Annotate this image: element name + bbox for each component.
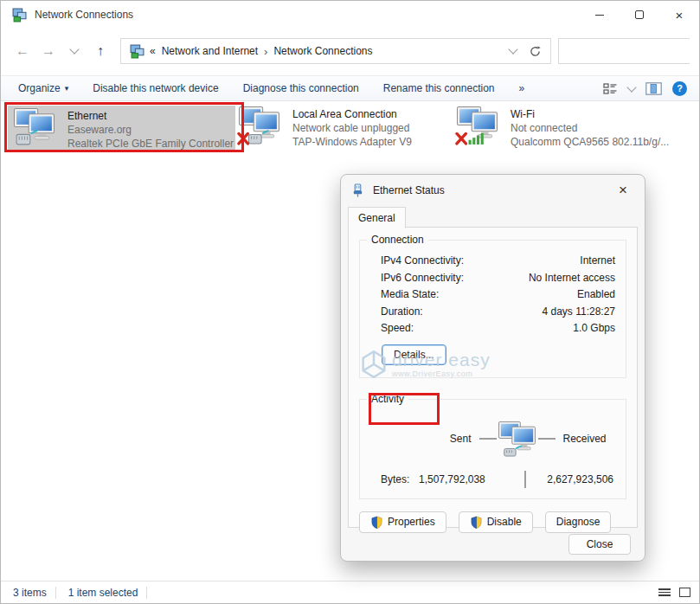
signal-bars-icon (469, 133, 484, 145)
diagnose-button[interactable]: Diagnose (545, 511, 612, 533)
row-label: Speed: (381, 320, 414, 337)
row-ipv4: IPv4 Connectivity: Internet (370, 253, 615, 270)
row-value: No Internet access (529, 270, 615, 287)
window-title: Network Connections (35, 9, 133, 21)
connection-name: Wi-Fi (511, 107, 669, 121)
refresh-icon[interactable] (529, 45, 542, 58)
row-label: Duration: (381, 304, 423, 321)
bytes-divider (524, 471, 526, 488)
bytes-sent-value: 1,507,792,038 (419, 473, 504, 485)
connection-list: Ethernet Easeware.org Realtek PCIe GbE F… (1, 103, 699, 155)
statusbar-separator (146, 587, 147, 599)
back-icon: ← (16, 43, 29, 59)
forward-button[interactable]: → (35, 38, 61, 64)
properties-button[interactable]: Properties (359, 511, 446, 533)
sent-dash (479, 438, 497, 440)
uac-shield-icon (370, 516, 383, 529)
breadcrumb-item-network-and-internet[interactable]: Network and Internet (162, 45, 258, 57)
bytes-received-value: 2,627,923,506 (546, 473, 615, 485)
properties-label: Properties (388, 516, 435, 528)
row-value: Enabled (577, 286, 615, 304)
dialog-close-action-button[interactable]: Close (568, 534, 631, 555)
diagnose-connection-command[interactable]: Diagnose this connection (231, 82, 371, 94)
maximize-icon (635, 10, 644, 19)
connection-status: Network cable unplugged (292, 121, 412, 135)
row-value: 4 days 11:28:27 (542, 304, 615, 321)
recent-locations-button[interactable] (61, 38, 87, 64)
wifi-adapter-icon (455, 106, 500, 145)
up-button[interactable]: ↑ (87, 38, 113, 64)
bytes-label: Bytes: (370, 473, 419, 485)
address-dropdown-icon[interactable] (508, 44, 517, 54)
error-x-icon (239, 133, 247, 144)
chevron-down-icon (69, 44, 79, 54)
organize-caret-icon: ▾ (65, 84, 69, 93)
connection-item-local-area[interactable]: Local Area Connection Network cable unpl… (237, 106, 412, 149)
connection-device: Qualcomm QCA9565 802.11b/g/... (511, 135, 669, 149)
connection-item-ethernet[interactable]: Ethernet Easeware.org Realtek PCIe GbE F… (8, 106, 235, 151)
row-label: Media State: (381, 286, 439, 304)
back-button[interactable]: ← (10, 38, 35, 64)
row-label: IPv6 Connectivity: (381, 270, 464, 287)
disable-button[interactable]: Disable (459, 511, 533, 533)
command-overflow-button[interactable]: » (506, 82, 536, 94)
tab-general[interactable]: General (348, 207, 406, 228)
activity-group-label: Activity (367, 393, 408, 405)
activity-groupbox: Activity Sent (359, 399, 626, 499)
uac-shield-icon (470, 516, 483, 529)
ethernet-plug-icon (351, 183, 364, 197)
breadcrumb-separator-icon: › (264, 45, 267, 58)
icons-view-icon[interactable] (679, 588, 690, 597)
search-box (558, 38, 690, 64)
sent-label: Sent (450, 433, 472, 445)
maximize-button[interactable] (620, 1, 659, 29)
network-connections-window: Network Connections × ← → ↑ « Network an… (0, 0, 700, 604)
breadcrumb-item-network-connections[interactable]: Network Connections (273, 45, 372, 57)
view-options-caret-icon[interactable] (626, 82, 636, 92)
preview-pane-icon[interactable] (645, 82, 662, 95)
details-view-icon[interactable] (658, 588, 671, 596)
view-options-icon[interactable] (603, 82, 618, 95)
dialog-close-button[interactable]: × (612, 182, 634, 199)
connection-name: Ethernet (67, 109, 234, 123)
breadcrumb-collapsed[interactable]: « (150, 45, 156, 57)
navigation-bar: ← → ↑ « Network and Internet › Network C… (1, 29, 699, 74)
search-input[interactable] (559, 39, 700, 63)
row-value: 1.0 Gbps (573, 320, 615, 337)
connection-device: Realtek PCIe GbE Family Controller (67, 137, 234, 151)
selected-count: 1 item selected (56, 587, 147, 599)
disable-label: Disable (487, 516, 522, 528)
organize-menu[interactable]: Organize ▾ (1, 82, 80, 94)
network-connections-app-icon (12, 8, 27, 22)
up-icon: ↑ (97, 43, 104, 59)
address-bar[interactable]: « Network and Internet › Network Connect… (120, 38, 551, 64)
disable-device-command[interactable]: Disable this network device (80, 82, 230, 94)
connection-status: Not connected (511, 121, 669, 135)
diagnose-connection-label: Diagnose this connection (243, 82, 359, 94)
received-dash (538, 438, 556, 440)
overflow-icon: » (518, 82, 524, 94)
connection-groupbox: Connection IPv4 Connectivity: Internet I… (359, 240, 626, 378)
minimize-icon (595, 15, 604, 16)
help-icon[interactable]: ? (672, 81, 687, 96)
lan-adapter-unplugged-icon (237, 106, 282, 145)
row-value: Internet (580, 253, 615, 270)
network-connections-folder-icon (130, 44, 144, 59)
row-media-state: Media State: Enabled (370, 286, 615, 304)
close-icon: × (676, 9, 684, 22)
breadcrumb: « Network and Internet › Network Connect… (150, 45, 373, 58)
window-titlebar: Network Connections × (1, 1, 699, 29)
connection-item-wifi[interactable]: Wi-Fi Not connected Qualcomm QCA9565 802… (455, 106, 669, 149)
ethernet-adapter-icon (12, 107, 57, 147)
connection-device: TAP-Windows Adapter V9 (292, 135, 412, 149)
minimize-button[interactable] (580, 1, 620, 29)
dialog-title: Ethernet Status (373, 184, 445, 196)
connection-group-label: Connection (367, 234, 428, 246)
rename-connection-command[interactable]: Rename this connection (371, 82, 507, 94)
disable-device-label: Disable this network device (93, 82, 218, 94)
close-button[interactable]: × (659, 1, 699, 29)
dialog-tab-page: Connection IPv4 Connectivity: Internet I… (348, 227, 638, 528)
details-button[interactable]: Details... (382, 344, 446, 365)
rename-connection-label: Rename this connection (383, 82, 495, 94)
forward-icon: → (42, 43, 55, 59)
